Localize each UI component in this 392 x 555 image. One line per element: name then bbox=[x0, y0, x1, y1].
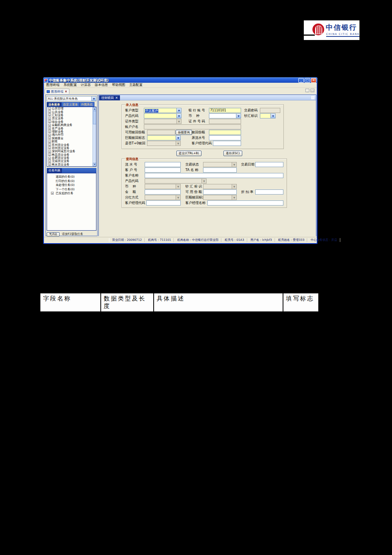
manager-code-input[interactable] bbox=[213, 141, 241, 146]
task-item[interactable]: 打印的任务(0) bbox=[47, 179, 96, 184]
dropdown-arrow-icon[interactable]: ▼ bbox=[270, 114, 275, 118]
expand-icon[interactable]: + bbox=[48, 163, 51, 166]
expand-icon[interactable]: + bbox=[48, 114, 51, 116]
tab-task-list[interactable]: 任务列表 bbox=[47, 168, 62, 173]
customer-type-select[interactable]: 个人客户 ▼ bbox=[144, 108, 181, 113]
share-query-button[interactable]: 份额查询 bbox=[176, 130, 192, 135]
query-large-redemption-select[interactable]: ▼ bbox=[203, 195, 237, 200]
menu-item-help-view[interactable]: 帮助视图 bbox=[112, 83, 125, 87]
query-manager-code-input[interactable] bbox=[146, 200, 181, 206]
manager-name-input[interactable] bbox=[207, 200, 283, 206]
expand-icon[interactable]: + bbox=[48, 140, 51, 143]
expand-icon[interactable]: + bbox=[48, 111, 51, 113]
serial-number-input[interactable] bbox=[145, 162, 181, 167]
amount-input[interactable] bbox=[145, 189, 181, 195]
dropdown-arrow-icon[interactable]: ▼ bbox=[176, 108, 181, 113]
expand-icon[interactable]: + bbox=[51, 192, 54, 195]
expand-icon[interactable]: + bbox=[48, 160, 51, 163]
menu-item-version-info[interactable]: 版本信息 bbox=[95, 83, 108, 87]
field-label: TA 名 称 bbox=[185, 167, 198, 173]
tab-close-icon[interactable]: × bbox=[65, 90, 67, 93]
cash-remit-flag-select[interactable]: ▼ bbox=[260, 113, 276, 118]
dropdown-arrow-icon[interactable]: ▼ bbox=[176, 114, 181, 118]
currency-select[interactable]: ▼ bbox=[209, 113, 241, 118]
scroll-down-icon[interactable]: ▼ bbox=[93, 163, 96, 166]
tab-wealth-redemption[interactable]: 理财赎回 × bbox=[99, 95, 120, 100]
close-icon[interactable]: × bbox=[311, 78, 316, 83]
document-tabbar: 图形终端 × _ □ bbox=[44, 88, 317, 94]
dropdown-arrow-icon[interactable]: ▼ bbox=[232, 184, 236, 189]
query-currency-select[interactable]: ▼ bbox=[145, 184, 181, 189]
available-shares-query-input[interactable] bbox=[203, 189, 237, 195]
no-message-button[interactable]: 无消息 bbox=[47, 232, 60, 237]
dropdown-arrow-icon[interactable]: ▼ bbox=[91, 96, 96, 101]
restore-icon[interactable]: □ bbox=[305, 78, 310, 83]
tab-business-menu[interactable]: 业务菜单 bbox=[47, 102, 62, 107]
query-cash-remit-select[interactable]: ▼ bbox=[203, 184, 237, 189]
expand-icon[interactable]: + bbox=[48, 144, 51, 146]
task-list: 退回的任务(0) 打印的任务(0) 未处理任务(0) 下一个任务(0) +已发起… bbox=[47, 173, 96, 231]
dropdown-arrow-icon[interactable]: ▼ bbox=[201, 179, 206, 183]
scrollbar-thumb[interactable] bbox=[93, 111, 96, 124]
task-item[interactable]: 下一个任务(0) bbox=[47, 187, 96, 192]
menu-item-system-config[interactable]: 系统配置 bbox=[64, 83, 77, 87]
exit-button[interactable]: 退出(ESC) bbox=[223, 151, 242, 156]
dropdown-arrow-icon[interactable]: ▼ bbox=[232, 195, 236, 200]
redemption-shares-input[interactable] bbox=[209, 130, 241, 135]
dropdown-arrow-icon[interactable]: ▼ bbox=[176, 195, 180, 200]
tree-scrollbar[interactable]: ▲ ▼ bbox=[93, 107, 96, 166]
task-item[interactable]: 未处理任务(0) bbox=[47, 183, 96, 187]
transaction-date-input[interactable] bbox=[255, 162, 283, 167]
expand-icon[interactable]: + bbox=[48, 124, 51, 127]
expand-icon[interactable]: + bbox=[48, 134, 51, 136]
expand-icon[interactable]: + bbox=[48, 117, 51, 120]
customer-name-input[interactable] bbox=[145, 173, 283, 178]
tab-custom-menu[interactable]: 自定义菜单 bbox=[62, 102, 80, 107]
query-product-code-select[interactable]: ▼ bbox=[145, 178, 207, 184]
dropdown-arrow-icon[interactable]: ▼ bbox=[176, 136, 180, 140]
tab-close-icon[interactable]: × bbox=[115, 96, 118, 100]
selected-value: 个人客户 bbox=[145, 109, 158, 113]
field-spec-table: 字段名称 数据类型及长度 具体描述 填写标志 bbox=[39, 292, 319, 313]
panel-minimize-icon[interactable]: _ bbox=[305, 89, 309, 92]
field-label: 分红方式 bbox=[125, 195, 138, 200]
expand-icon[interactable]: + bbox=[48, 153, 51, 156]
field-label: 交易状态 bbox=[185, 162, 199, 167]
field-label: 巨额赎回标志 bbox=[185, 195, 205, 200]
field-label: 交易密码 bbox=[244, 108, 258, 113]
dropdown-arrow-icon[interactable]: ▼ bbox=[232, 162, 236, 167]
dropdown-arrow-icon[interactable]: ▼ bbox=[236, 114, 241, 118]
large-redemption-flag-select[interactable]: ▼ bbox=[147, 135, 181, 140]
minimize-icon[interactable]: _ bbox=[298, 78, 304, 83]
expand-icon[interactable]: + bbox=[48, 150, 51, 153]
panel-restore-icon[interactable]: □ bbox=[310, 89, 314, 92]
tree-item[interactable]: +南京票交业务 bbox=[47, 163, 96, 166]
submit-button[interactable]: 提交(CTRL+B) bbox=[176, 151, 201, 156]
tab-graphic-terminal[interactable]: 图形终端 × bbox=[45, 89, 69, 94]
menu-item-theme-config[interactable]: 主题配置 bbox=[129, 83, 143, 87]
panel-maximize-icon[interactable] bbox=[311, 96, 314, 99]
task-item[interactable]: 退回的任务(0) bbox=[47, 175, 96, 179]
expand-icon[interactable]: + bbox=[48, 107, 51, 110]
dropdown-arrow-icon[interactable]: ▼ bbox=[176, 184, 180, 189]
original-serial-input[interactable] bbox=[209, 135, 241, 140]
expand-icon[interactable]: + bbox=[48, 130, 51, 133]
role-select[interactable]: ALL-系统默认所有角色 ▼ bbox=[47, 96, 96, 101]
menu-item-graphic-terminal[interactable]: 图形终端 bbox=[46, 83, 60, 87]
bank-account-input[interactable]: 71110101 bbox=[209, 108, 241, 113]
transaction-status-select[interactable]: ▼ bbox=[203, 162, 237, 167]
dividend-method-select[interactable]: ▼ bbox=[145, 195, 181, 200]
expand-icon[interactable]: + bbox=[48, 127, 51, 130]
tab-external-systems[interactable]: 外围系统 bbox=[80, 102, 94, 107]
expand-icon[interactable]: + bbox=[48, 137, 51, 140]
expand-icon[interactable]: + bbox=[48, 120, 51, 123]
discount-rate-input[interactable] bbox=[255, 189, 283, 195]
expand-icon[interactable]: + bbox=[48, 147, 51, 149]
expand-icon[interactable]: + bbox=[48, 157, 51, 160]
menu-item-calculator[interactable]: 计算器 bbox=[81, 83, 91, 87]
ta-name-input[interactable] bbox=[203, 167, 237, 173]
product-code-select[interactable]: ▼ bbox=[144, 113, 181, 118]
task-item[interactable]: +已发起的任务 bbox=[47, 191, 96, 196]
scroll-up-icon[interactable]: ▲ bbox=[93, 107, 96, 111]
customer-number-input[interactable] bbox=[145, 167, 181, 173]
